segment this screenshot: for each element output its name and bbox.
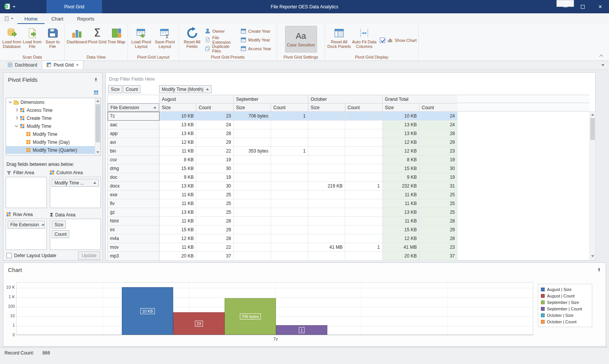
- tree-item[interactable]: Access Time: [6, 106, 95, 114]
- tree-item[interactable]: Modify Time (Day): [6, 138, 95, 146]
- data-cell[interactable]: 20 KB: [383, 252, 419, 261]
- collapse-ribbon-icon[interactable]: [599, 54, 604, 57]
- data-cell[interactable]: [345, 147, 383, 156]
- row-header[interactable]: mp3: [108, 252, 159, 261]
- maximize-button[interactable]: [574, 0, 591, 13]
- data-cell[interactable]: 29: [419, 138, 458, 147]
- data-cell[interactable]: 30: [419, 164, 458, 173]
- data-cell[interactable]: 12 KB: [383, 147, 419, 156]
- data-cell[interactable]: [271, 243, 308, 252]
- column-area-box[interactable]: Modify Time ...: [50, 177, 101, 208]
- data-cell[interactable]: [271, 156, 308, 164]
- data-cell[interactable]: [234, 121, 271, 129]
- row-header[interactable]: html: [108, 217, 159, 226]
- chart-bar[interactable]: 1: [276, 325, 327, 335]
- data-cell[interactable]: [234, 182, 271, 191]
- tree-item[interactable]: Modify Time: [6, 122, 95, 130]
- data-cell[interactable]: [234, 173, 271, 182]
- data-cell[interactable]: 28: [196, 129, 234, 138]
- access-year-button[interactable]: Access Year: [239, 44, 275, 53]
- data-cell[interactable]: 28: [419, 217, 458, 226]
- data-cell[interactable]: 1: [345, 243, 383, 252]
- auto-fit-data-columns-button[interactable]: Auto Fit Data Columns: [352, 25, 377, 49]
- data-cell[interactable]: 9 KB: [383, 173, 419, 182]
- data-cell[interactable]: 29: [419, 226, 458, 234]
- data-cell[interactable]: [345, 173, 383, 182]
- data-cell[interactable]: 24: [419, 121, 458, 129]
- tab-chart[interactable]: Chart: [45, 13, 70, 24]
- data-cell[interactable]: 232 KB: [383, 182, 419, 191]
- data-cell[interactable]: [308, 252, 345, 261]
- data-cell[interactable]: 29: [196, 226, 234, 234]
- data-cell[interactable]: 13 KB: [159, 182, 196, 191]
- grid-vertical-scrollbar[interactable]: [590, 111, 596, 259]
- row-header[interactable]: gz: [108, 208, 159, 217]
- legend-item[interactable]: August | Size: [541, 286, 589, 292]
- pin-icon[interactable]: [93, 77, 99, 84]
- data-cell[interactable]: [345, 234, 383, 243]
- doc-tab-pivot-grid[interactable]: Pivot Grid ×: [42, 60, 83, 69]
- data-cell[interactable]: [308, 199, 345, 208]
- data-cell[interactable]: 41 MB: [383, 243, 419, 252]
- scrollbar-thumb[interactable]: [590, 118, 595, 140]
- field-chip-count[interactable]: Count: [52, 230, 69, 238]
- data-cell[interactable]: 13 KB: [159, 208, 196, 217]
- legend-item[interactable]: October | Count: [541, 318, 589, 325]
- data-cell[interactable]: 19: [419, 156, 458, 164]
- close-tab-icon[interactable]: ×: [76, 62, 79, 67]
- data-cell[interactable]: 19: [196, 173, 234, 182]
- tab-reports[interactable]: Reports: [70, 13, 101, 24]
- data-cell[interactable]: [234, 156, 271, 164]
- legend-item[interactable]: September | Count: [541, 305, 589, 312]
- scrollbar-up-icon[interactable]: [95, 98, 100, 104]
- tree-item[interactable]: Create Time: [6, 114, 95, 122]
- row-header[interactable]: docx: [108, 182, 159, 191]
- data-cell[interactable]: 23: [419, 243, 458, 252]
- data-cell[interactable]: [234, 243, 271, 252]
- data-cell[interactable]: 706 bytes: [234, 112, 271, 121]
- sub-column-header[interactable]: Count: [345, 103, 383, 112]
- data-cell[interactable]: [271, 173, 308, 182]
- data-cell[interactable]: 1: [271, 147, 308, 156]
- data-cell[interactable]: 41 MB: [308, 243, 345, 252]
- data-field-count[interactable]: Count: [123, 85, 140, 93]
- tab-list-caret-icon[interactable]: [601, 64, 604, 66]
- data-cell[interactable]: [308, 191, 345, 199]
- data-cell[interactable]: 8 KB: [159, 156, 196, 164]
- data-cell[interactable]: [308, 234, 345, 243]
- data-cell[interactable]: [271, 234, 308, 243]
- data-cell[interactable]: [234, 164, 271, 173]
- row-header[interactable]: doc: [108, 173, 159, 182]
- data-cell[interactable]: 30: [196, 164, 234, 173]
- row-header[interactable]: avi: [108, 138, 159, 147]
- sub-column-header[interactable]: Count: [419, 103, 458, 112]
- data-cell[interactable]: [308, 208, 345, 217]
- data-cell[interactable]: 12 KB: [383, 234, 419, 243]
- quick-access-caret-icon[interactable]: [13, 6, 16, 8]
- data-cell[interactable]: [345, 191, 383, 199]
- data-cell[interactable]: [234, 129, 271, 138]
- data-cell[interactable]: 11 KB: [383, 191, 419, 199]
- tab-home[interactable]: Home: [18, 13, 45, 24]
- row-header[interactable]: 7z: [108, 112, 159, 121]
- file-extension-button[interactable]: File Extension: [204, 35, 239, 44]
- data-cell[interactable]: 25: [419, 208, 458, 217]
- chevron-right-icon[interactable]: [14, 107, 19, 113]
- data-cell[interactable]: 1: [271, 112, 308, 121]
- field-chip-modify-time[interactable]: Modify Time ...: [52, 179, 99, 187]
- checkbox-unchecked-icon[interactable]: [6, 253, 12, 258]
- data-cell[interactable]: [308, 226, 345, 234]
- tree-item[interactable]: Modify Time: [6, 130, 95, 138]
- owner-button[interactable]: Owner: [204, 27, 239, 35]
- show-chart-checkbox-row[interactable]: Show Chart: [380, 37, 416, 43]
- data-cell[interactable]: [271, 217, 308, 226]
- data-cell[interactable]: 20 KB: [159, 252, 196, 261]
- data-cell[interactable]: [234, 252, 271, 261]
- data-cell[interactable]: 13 KB: [383, 208, 419, 217]
- data-cell[interactable]: 31: [419, 182, 458, 191]
- duplicate-files-button[interactable]: Duplicate Files: [204, 44, 239, 53]
- data-cell[interactable]: 11 KB: [383, 199, 419, 208]
- data-cell[interactable]: 219 KB: [308, 182, 345, 191]
- data-cell[interactable]: [308, 112, 345, 121]
- modify-year-button[interactable]: Modify Year: [239, 35, 275, 44]
